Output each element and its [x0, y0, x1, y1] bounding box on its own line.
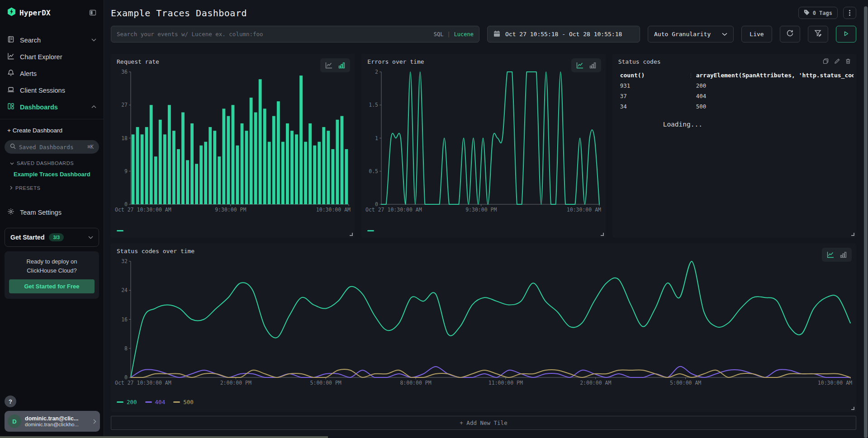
sql-mode-toggle[interactable]: SQL [434, 31, 444, 38]
chevron-up-icon [91, 105, 96, 108]
tile-title: Status codes over time [117, 248, 194, 254]
column-header[interactable]: arrayElement(SpanAttributes, 'http.statu… [696, 72, 854, 79]
tags-button[interactable]: 0 Tags [798, 7, 838, 19]
tile-status-codes-over-time: Status codes over time 08162432Oct 27 10… [111, 243, 856, 412]
svg-text:0.5: 0.5 [369, 168, 379, 174]
create-dashboard-button[interactable]: + Create Dashboard [0, 122, 104, 138]
presets-section-header[interactable]: PRESETS [0, 181, 104, 195]
granularity-select[interactable]: Auto Granularity [648, 26, 734, 42]
legend-item-500[interactable]: 500 [173, 399, 194, 405]
status-codes-over-time-chart[interactable]: 08162432Oct 27 10:30:00 AM2:00:00 PM5:00… [114, 258, 853, 388]
legend-item[interactable] [117, 230, 123, 231]
tile-title: Status codes [618, 58, 661, 65]
sidebar: HyperDX Search Chart Explorer Alerts Cli… [0, 0, 104, 438]
svg-text:1: 1 [375, 135, 378, 141]
dashboards-icon [7, 103, 14, 111]
svg-text:2: 2 [375, 69, 378, 75]
search-doc-icon [7, 36, 14, 44]
tile-resize-handle[interactable] [350, 233, 353, 236]
sidebar-item-alerts[interactable]: Alerts [0, 65, 104, 82]
filter-edit-icon [814, 29, 822, 39]
sidebar-collapse-icon[interactable] [89, 9, 96, 16]
svg-text:18: 18 [121, 135, 128, 141]
svg-text:2:00:00 AM: 2:00:00 AM [580, 380, 611, 386]
line-chart-toggle-icon[interactable] [827, 251, 834, 258]
add-new-tile-button[interactable]: + Add New Tile [111, 416, 856, 430]
svg-text:16: 16 [121, 316, 128, 323]
laptop-icon [7, 86, 14, 94]
delete-tile-icon[interactable] [845, 58, 851, 64]
duplicate-tile-icon[interactable] [823, 58, 829, 64]
dashboard-menu-button[interactable] [843, 7, 856, 19]
table-row[interactable]: 34 500 [620, 103, 854, 113]
live-button[interactable]: Live [741, 26, 772, 42]
date-range-value: Oct 27 10:55:18 - Oct 28 10:55:18 [505, 31, 622, 38]
tile-resize-handle[interactable] [851, 407, 854, 410]
get-started-card[interactable]: Get Started 3/3 [5, 228, 99, 247]
sidebar-item-client-sessions[interactable]: Client Sessions [0, 82, 104, 99]
chevron-down-icon [722, 31, 727, 38]
vertical-scrollbar[interactable] [864, 6, 868, 438]
svg-text:9:30:00 PM: 9:30:00 PM [465, 207, 497, 213]
date-range-picker[interactable]: Oct 27 10:55:18 - Oct 28 10:55:18 [487, 26, 640, 42]
svg-text:24: 24 [121, 287, 128, 293]
svg-text:10:30:00 AM: 10:30:00 AM [316, 207, 351, 213]
get-started-label: Get Started [10, 234, 44, 241]
sidebar-item-dashboards[interactable]: Dashboards [0, 99, 104, 115]
bar-chart-toggle-icon[interactable] [589, 62, 596, 69]
app-logo[interactable]: HyperDX [7, 7, 51, 18]
column-resizer[interactable]: ⋮ [688, 73, 696, 79]
saved-dashboards-search-input[interactable]: Saved Dashboards ⌘K [5, 140, 99, 154]
play-icon [843, 30, 849, 38]
tile-resize-handle[interactable] [851, 233, 854, 236]
svg-text:11:00:00 PM: 11:00:00 PM [489, 380, 523, 386]
legend-item[interactable] [367, 230, 374, 231]
chevron-down-icon [88, 236, 93, 239]
tile-title: Request rate [117, 58, 159, 65]
sidebar-item-team-settings[interactable]: Team Settings [0, 204, 104, 221]
sidebar-item-search[interactable]: Search [0, 32, 104, 48]
get-started-free-button[interactable]: Get Started for Free [9, 279, 95, 293]
refresh-button[interactable] [780, 26, 800, 42]
refresh-icon [786, 29, 794, 39]
edit-tile-icon[interactable] [834, 58, 840, 64]
tile-resize-handle[interactable] [601, 233, 604, 236]
errors-over-time-chart[interactable]: 00.511.52Oct 27 10:30:00 AM9:30:00 PM10:… [365, 68, 602, 215]
request-rate-chart[interactable]: 09182736Oct 27 10:30:00 AM9:30:00 PM10:3… [114, 68, 351, 215]
legend-item-200[interactable]: 200 [117, 399, 137, 405]
lucene-mode-toggle[interactable]: Lucene [454, 31, 474, 38]
svg-text:36: 36 [121, 69, 128, 75]
saved-dashboards-section-header[interactable]: SAVED DASHBOARDS [0, 156, 104, 170]
run-query-button[interactable] [836, 26, 856, 42]
search-icon [10, 143, 16, 151]
bar-chart-toggle-icon[interactable] [840, 251, 847, 258]
sidebar-item-example-traces-dashboard[interactable]: Example Traces Dashboard [0, 170, 104, 179]
chevron-right-icon [10, 185, 13, 191]
user-menu[interactable]: D dominic.tran@clic... dominic.tran@clic… [5, 411, 100, 432]
tag-icon [804, 9, 810, 17]
promo-text: Ready to deploy on ClickHouse Cloud? [9, 257, 95, 275]
line-chart-toggle-icon[interactable] [325, 62, 332, 69]
chevron-right-icon [93, 419, 96, 424]
svg-text:8:00:00 PM: 8:00:00 PM [400, 380, 431, 386]
bar-chart-toggle-icon[interactable] [338, 62, 345, 69]
gear-icon [7, 208, 14, 217]
svg-text:32: 32 [121, 258, 128, 264]
line-chart-toggle-icon[interactable] [576, 62, 583, 69]
sidebar-item-chart-explorer[interactable]: Chart Explorer [0, 48, 104, 65]
table-row[interactable]: 37 404 [620, 93, 854, 103]
sidebar-item-label: Client Sessions [20, 87, 65, 94]
calendar-icon [493, 30, 500, 38]
svg-text:8: 8 [124, 345, 128, 352]
sidebar-item-label: Search [20, 37, 41, 44]
filter-button[interactable] [808, 26, 828, 42]
horizontal-scrollbar[interactable] [0, 436, 328, 438]
table-row[interactable]: 931 200 [620, 82, 854, 93]
legend-item-404[interactable]: 404 [145, 399, 166, 405]
event-search-input[interactable]: Search your events w/ Lucene ex. column:… [111, 26, 479, 42]
help-button[interactable]: ? [5, 396, 16, 407]
svg-text:27: 27 [121, 102, 128, 108]
loading-indicator: Loading... [663, 121, 854, 128]
column-header[interactable]: count() [620, 72, 688, 79]
chart-explorer-icon [7, 52, 14, 61]
